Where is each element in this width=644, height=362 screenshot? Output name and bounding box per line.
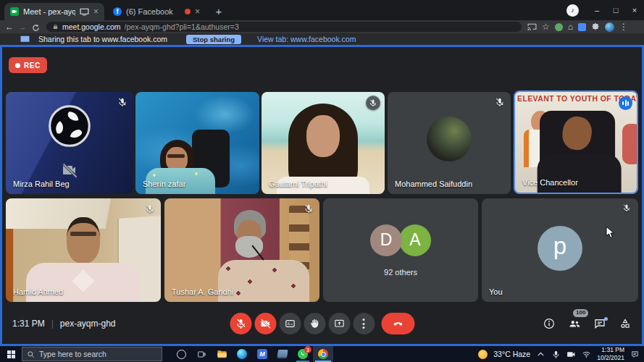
person-face — [306, 115, 340, 157]
whatsapp-button[interactable]: 3 — [293, 346, 313, 362]
glasses-shape — [70, 232, 96, 236]
participant-name: Sherin zafar — [143, 180, 185, 188]
new-tab-button[interactable]: + — [212, 4, 226, 18]
home-extension-icon[interactable]: ⌂ — [568, 22, 573, 31]
forward-button[interactable]: → — [16, 20, 29, 33]
whatsapp-badge: 3 — [304, 346, 311, 353]
participants-button[interactable]: 100 — [568, 317, 581, 330]
taskbar-search[interactable]: Type here to search — [22, 347, 162, 361]
mic-off-icon — [495, 97, 505, 107]
chat-notification-dot — [604, 317, 608, 321]
present-button[interactable] — [328, 313, 350, 334]
meeting-info: 1:31 PM | pex-ayqm-ghd — [12, 319, 116, 329]
others-count-label: 92 others — [384, 268, 417, 277]
video-tile-sherin[interactable]: Sherin zafar — [135, 92, 259, 194]
device-app-button[interactable] — [272, 346, 293, 362]
chrome-button[interactable] — [313, 346, 333, 362]
mouse-cursor — [606, 226, 615, 239]
video-tile-gautami[interactable]: Gautami Tripathi — [262, 92, 385, 194]
beach-background — [262, 92, 385, 194]
more-options-icon — [363, 319, 365, 329]
cast-icon[interactable] — [527, 23, 537, 31]
end-call-icon — [392, 318, 403, 329]
tab-close-icon[interactable]: × — [93, 7, 99, 16]
start-button[interactable] — [0, 346, 22, 362]
close-button[interactable]: × — [625, 0, 644, 20]
activities-button[interactable] — [619, 317, 632, 330]
clock-date: 10/2/2021 — [597, 354, 624, 361]
mic-off-icon — [622, 203, 632, 214]
video-tile-mohammed[interactable]: Mohammed Saifuddin — [388, 92, 511, 194]
participant-name: Vice Chancellor — [522, 178, 578, 187]
sharing-cast-icon — [20, 35, 30, 43]
dark-background — [388, 92, 511, 194]
minimize-button[interactable]: – — [587, 0, 606, 20]
weather-text[interactable]: 33°C Haze — [493, 350, 530, 358]
room-background — [6, 198, 161, 302]
captions-button[interactable] — [279, 313, 301, 334]
participant-name: Mohammed Saifuddin — [395, 180, 472, 188]
window-controls: ♪ – □ × — [566, 0, 644, 20]
tab-sharing-banner: Sharing this tab to www.facebook.com Sto… — [0, 33, 644, 45]
taskbar-clock[interactable]: 1:31 PM 10/2/2021 — [597, 346, 624, 361]
chrome-icon — [318, 349, 328, 359]
mic-toggle-button[interactable] — [230, 313, 251, 334]
activities-icon — [619, 317, 632, 330]
extensions-puzzle-icon[interactable] — [591, 22, 600, 31]
camera-off-icon — [259, 318, 271, 329]
bookmark-star-icon[interactable]: ☆ — [542, 22, 550, 31]
tray-chevron-icon[interactable] — [536, 350, 545, 359]
lock-icon — [52, 23, 59, 30]
person-face — [67, 217, 100, 264]
media-controls-button[interactable]: ♪ — [566, 4, 579, 17]
tab-meet[interactable]: Meet - pex-ayqm-ghd × — [4, 3, 104, 20]
video-tile-tushar[interactable]: Tushar A. Gandhi — [164, 198, 319, 302]
mic-off-icon — [304, 203, 314, 214]
more-options-button[interactable] — [353, 313, 375, 334]
raise-hand-button[interactable] — [304, 313, 325, 334]
address-bar[interactable]: meet.google.com/pex-ayqm-ghd?pli=1&authu… — [46, 22, 522, 32]
meeting-details-button[interactable] — [543, 317, 556, 330]
video-tile-vice-chancellor[interactable]: ELEVANT TO YOUTH OF TODAY Vice Chancello… — [514, 90, 638, 194]
camera-off-icon — [61, 161, 78, 179]
ms-app-button[interactable]: M — [252, 346, 272, 362]
meeting-code: pex-ayqm-ghd — [60, 319, 116, 329]
adblock-extension-icon[interactable] — [555, 23, 563, 31]
maximize-button[interactable]: □ — [606, 0, 625, 20]
action-center-icon[interactable] — [630, 350, 640, 359]
file-explorer-button[interactable] — [212, 346, 232, 362]
tab-facebook[interactable]: f (6) Facebook × — [107, 3, 206, 20]
participant-count-badge: 100 — [573, 309, 588, 317]
mic-off-icon — [235, 318, 246, 329]
tab-close-icon[interactable]: × — [195, 7, 200, 16]
clock-time: 1:31 PM — [601, 346, 624, 353]
toolbar-extensions: ☆ ⌂ ⋮ — [527, 22, 628, 32]
back-button[interactable]: ← — [3, 20, 16, 33]
end-call-button[interactable] — [381, 313, 414, 334]
browser-menu-icon[interactable]: ⋮ — [619, 22, 628, 31]
video-tile-mirza[interactable]: Mirza Rahil Beg — [6, 92, 133, 194]
reload-button[interactable] — [29, 22, 42, 32]
video-tile-you[interactable]: p You — [482, 198, 638, 302]
poster-red-shape — [622, 124, 638, 164]
tray-mic-icon[interactable] — [551, 350, 561, 359]
video-tile-hamid[interactable]: Hamid Ahmed — [6, 198, 161, 302]
cortana-button[interactable] — [171, 346, 191, 362]
stop-sharing-button[interactable]: Stop sharing — [186, 35, 241, 44]
laptop-icon — [277, 350, 288, 358]
docs-extension-icon[interactable] — [578, 23, 586, 31]
tray-network-icon[interactable] — [582, 350, 591, 359]
tray-camera-icon[interactable] — [566, 350, 576, 359]
task-view-button[interactable] — [191, 346, 212, 362]
profile-avatar[interactable] — [605, 22, 614, 32]
video-tile-others[interactable]: D A 92 others — [323, 198, 478, 302]
glasses-shape — [167, 154, 185, 158]
chat-button[interactable] — [593, 317, 606, 330]
participant-name: You — [489, 287, 503, 296]
mic-off-icon — [117, 97, 127, 107]
people-icon — [568, 317, 581, 330]
view-tab-link[interactable]: View tab: www.facebook.com — [257, 35, 356, 43]
edge-button[interactable] — [232, 346, 252, 362]
meeting-side-controls: 100 — [543, 317, 632, 330]
camera-toggle-button[interactable] — [254, 313, 276, 334]
